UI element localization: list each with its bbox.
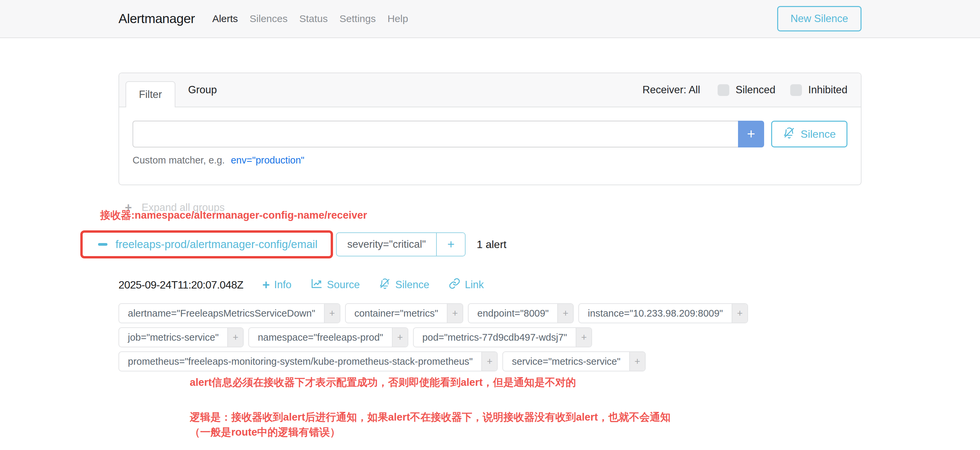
nav-item-help[interactable]: Help <box>388 13 408 24</box>
silence-button-label: Silence <box>800 128 836 140</box>
alert-label-text: service="metrics-service" <box>503 352 629 371</box>
matcher-helper: Custom matcher, e.g. env="production" <box>132 155 848 166</box>
filter-panel: Filter Group Receiver: All Silenced Inhi… <box>118 73 862 185</box>
alert-label-text: namespace="freeleaps-prod" <box>249 328 391 347</box>
alert-label-tag: alertname="FreeleapsMetricsServiceDown"+ <box>118 303 340 323</box>
nav-item-settings[interactable]: Settings <box>339 13 375 24</box>
alert-label-tag: service="metrics-service"+ <box>503 352 645 371</box>
bell-slash-icon <box>783 127 795 142</box>
alert-silence-link[interactable]: Silence <box>379 277 430 292</box>
annotation-alert-note: alert信息必须在接收器下才表示配置成功，否则即使能看到alert，但是通知是… <box>190 376 862 390</box>
add-label-filter-button[interactable]: + <box>629 352 645 371</box>
add-label-filter-button[interactable]: + <box>227 328 243 347</box>
add-label-filter-button[interactable]: + <box>732 304 748 323</box>
bell-slash-icon <box>379 277 391 292</box>
receiver-group-link[interactable]: freeleaps-prod/alertmanager-config/email <box>116 238 317 251</box>
filter-panel-body: + Silence Cust <box>119 107 861 185</box>
nav-item-silences[interactable]: Silences <box>250 13 288 24</box>
add-label-filter-button[interactable]: + <box>392 328 408 347</box>
alert-source-link[interactable]: Source <box>310 277 360 292</box>
alert-label-text: alertname="FreeleapsMetricsServiceDown" <box>119 304 324 323</box>
nav-item-alerts[interactable]: Alerts <box>212 13 238 24</box>
alert-label-tag: namespace="freeleaps-prod"+ <box>248 327 408 347</box>
collapse-minus-icon <box>98 243 107 246</box>
tab-filter[interactable]: Filter <box>126 81 175 107</box>
matcher-input[interactable] <box>132 121 738 147</box>
navbar-links: AlertsSilencesStatusSettingsHelp <box>212 13 408 24</box>
add-label-filter-button[interactable]: + <box>481 352 497 371</box>
top-navbar: Alertmanager AlertsSilencesStatusSetting… <box>0 0 980 38</box>
alert-link-label: Link <box>465 279 484 291</box>
alert-label-text: pod="metrics-77d9cdb497-wdsj7" <box>414 328 576 347</box>
alert-timestamp: 2025-09-24T11:20:07.048Z <box>118 279 243 291</box>
alert-labels: alertname="FreeleapsMetricsServiceDown"+… <box>118 303 862 371</box>
tab-group[interactable]: Group <box>175 84 230 96</box>
alert-count: 1 alert <box>477 238 506 251</box>
add-label-filter-button[interactable]: + <box>576 328 592 347</box>
group-matcher-label: severity="critical" <box>337 233 436 256</box>
plus-icon: + <box>262 279 270 291</box>
add-label-filter-button[interactable]: + <box>557 304 573 323</box>
silenced-checkbox[interactable] <box>718 84 729 96</box>
add-matcher-button[interactable]: + <box>738 121 764 147</box>
add-label-filter-button[interactable]: + <box>324 304 340 323</box>
alert-label-row: prometheus="freeleaps-monitoring-system/… <box>118 352 862 371</box>
annotation-logic-line2: （一般是route中的逻辑有错误） <box>190 425 862 440</box>
annotation-receiver-note: 接收器:namespace/altermanager-config-name/r… <box>100 208 862 222</box>
alert-row: 2025-09-24T11:20:07.048Z + Info Source <box>118 277 862 292</box>
alert-label-tag: endpoint="8009"+ <box>468 303 574 323</box>
add-group-matcher-button[interactable]: + <box>436 233 465 256</box>
alert-info-link[interactable]: + Info <box>262 279 291 291</box>
alert-label-text: prometheus="freeleaps-monitoring-system/… <box>119 352 481 371</box>
alert-label-text: endpoint="8009" <box>469 304 557 323</box>
annotation-logic-note: 逻辑是：接收器收到alert后进行通知，如果alert不在接收器下，说明接收器没… <box>190 410 862 440</box>
alert-label-row: job="metrics-service"+namespace="freelea… <box>118 327 862 347</box>
alert-info-label: Info <box>274 279 291 291</box>
new-silence-button[interactable]: New Silence <box>777 6 862 32</box>
alert-label-tag: instance="10.233.98.209:8009"+ <box>578 303 748 323</box>
group-matcher-chip: severity="critical" + <box>336 232 466 257</box>
alert-label-tag: prometheus="freeleaps-monitoring-system/… <box>118 352 498 371</box>
inhibited-checkbox-label[interactable]: Inhibited <box>808 84 848 96</box>
annotation-logic-line1: 逻辑是：接收器收到alert后进行通知，如果alert不在接收器下，说明接收器没… <box>190 410 862 425</box>
alert-group-header: freeleaps-prod/alertmanager-config/email… <box>80 230 862 258</box>
alert-label-text: instance="10.233.98.209:8009" <box>579 304 732 323</box>
receiver-selector[interactable]: Receiver: All <box>643 84 700 96</box>
alert-label-text: job="metrics-service" <box>119 328 227 347</box>
nav-item-status[interactable]: Status <box>299 13 328 24</box>
alert-label-row: alertname="FreeleapsMetricsServiceDown"+… <box>118 303 862 323</box>
matcher-helper-text: Custom matcher, e.g. <box>132 155 225 165</box>
add-label-filter-button[interactable]: + <box>447 304 463 323</box>
annotation-highlight-box: freeleaps-prod/alertmanager-config/email <box>80 230 333 258</box>
silence-button[interactable]: Silence <box>771 121 848 147</box>
alert-label-tag: pod="metrics-77d9cdb497-wdsj7"+ <box>413 327 592 347</box>
alert-label-tag: container="metrics"+ <box>345 303 463 323</box>
chart-icon <box>310 277 323 292</box>
silenced-checkbox-label[interactable]: Silenced <box>736 84 775 96</box>
alert-label-text: container="metrics" <box>346 304 447 323</box>
inhibited-checkbox[interactable] <box>790 84 802 96</box>
matcher-example-link[interactable]: env="production" <box>231 155 305 165</box>
filter-panel-header: Filter Group Receiver: All Silenced Inhi… <box>119 73 861 107</box>
alert-permalink[interactable]: Link <box>449 277 484 292</box>
alert-label-tag: job="metrics-service"+ <box>118 327 243 347</box>
link-icon <box>449 277 461 292</box>
app-brand[interactable]: Alertmanager <box>118 11 195 26</box>
alert-source-label: Source <box>327 279 360 291</box>
alert-silence-label: Silence <box>395 279 430 291</box>
